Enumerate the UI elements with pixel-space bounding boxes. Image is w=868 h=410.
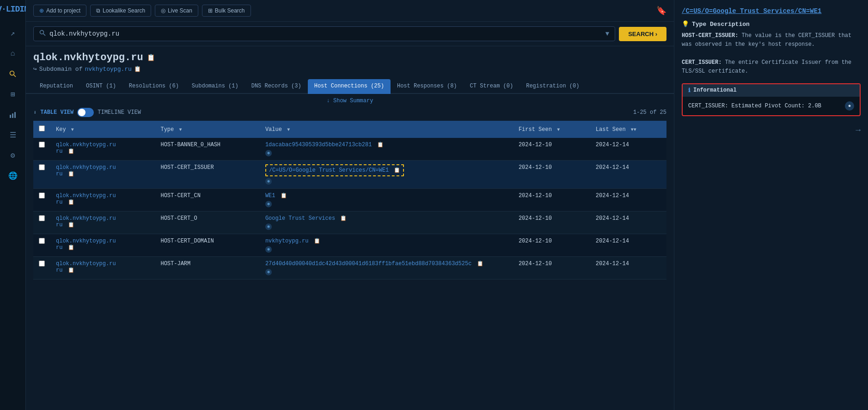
key-link[interactable]: qlok.nvkhytoypg.ruru [56, 142, 116, 155]
value-copy-icon[interactable]: 📋 [314, 238, 320, 244]
live-scan-button[interactable]: ◎ Live Scan [155, 5, 198, 17]
tab-registration[interactable]: Registration (0) [520, 79, 586, 94]
tab-reputation[interactable]: Reputation [33, 79, 79, 94]
row-checkbox[interactable] [39, 238, 45, 244]
sidebar: V·LIDIN ↗ ⌂ ⊞ ☰ ⚙ 🌐 [0, 0, 26, 410]
host-copy-icon[interactable]: 📋 [147, 54, 155, 62]
add-to-project-button[interactable]: ⊕ Add to project [33, 5, 86, 17]
select-all-header[interactable] [33, 121, 50, 138]
row-checkbox[interactable] [39, 215, 45, 221]
key-copy-icon[interactable]: 📋 [68, 267, 74, 273]
tab-subdomains[interactable]: Subdomains (1) [185, 79, 245, 94]
table-row: qlok.nvkhytoypg.ruru 📋HOST-CERT_OGoogle … [33, 211, 666, 234]
tab-resolutions[interactable]: Resolutions (6) [122, 79, 185, 94]
grid-icon[interactable]: ⊞ [5, 86, 21, 103]
value-copy-icon[interactable]: 📋 [394, 168, 400, 173]
key-link[interactable]: qlok.nvkhytoypg.ruru [56, 261, 116, 273]
cell-value: /C=US/O=Google Trust Services/CN=WE1 📋◉ [260, 161, 513, 189]
cell-key: qlok.nvkhytoypg.ruru 📋 [50, 234, 155, 257]
info-circle-icon: ℹ [688, 87, 691, 94]
parent-domain-copy-icon[interactable]: 📋 [134, 66, 141, 73]
settings-icon[interactable]: ⚙ [5, 147, 21, 164]
first-seen-column-header[interactable]: First Seen ▼ [513, 121, 590, 138]
value-copy-icon[interactable]: 📋 [377, 142, 384, 148]
tab-host-responses[interactable]: Host Responses (8) [391, 79, 464, 94]
value-copy-icon[interactable]: 📋 [281, 193, 287, 199]
tab-host-connections[interactable]: Host Connections (25) [308, 79, 391, 94]
pivot-icon[interactable]: ◉ [265, 150, 272, 156]
value-link[interactable]: Google Trust Services [265, 215, 335, 222]
tab-osint[interactable]: OSINT (1) [79, 79, 122, 94]
row-checkbox[interactable] [39, 164, 45, 170]
live-scan-icon: ◎ [161, 7, 165, 14]
table-row: qlok.nvkhytoypg.ruru 📋HOST-CERT_DOMAINnv… [33, 234, 666, 257]
pivot-icon[interactable]: ◉ [265, 224, 272, 230]
value-link[interactable]: /C=US/O=Google Trust Services/CN=WE1 [269, 167, 389, 174]
show-summary[interactable]: ↓ Show Summary [33, 98, 666, 104]
search-input[interactable] [49, 30, 602, 37]
table-row: qlok.nvkhytoypg.ruru 📋HOST-CERT_ISSUER/C… [33, 161, 666, 189]
view-controls: ⬇ TABLE VIEW TIMELINE VIEW 1-25 of 25 [33, 108, 666, 117]
home-icon[interactable]: ⌂ [5, 45, 21, 62]
row-checkbox[interactable] [39, 261, 45, 267]
select-all-checkbox[interactable] [39, 125, 45, 131]
key-copy-icon[interactable]: 📋 [68, 222, 74, 228]
expand-icon[interactable]: ↗ [5, 25, 21, 42]
menu-icon[interactable]: ☰ [5, 127, 21, 143]
arrow-right-icon: ↪ [33, 65, 37, 73]
host-header: qlok.nvkhytoypg.ru 📋 ↪ Subdomain of nvkh… [26, 46, 674, 75]
pivot-icon[interactable]: ◉ [265, 246, 272, 253]
cell-last-seen: 2024-12-14 [590, 138, 666, 161]
info-more-icon[interactable]: ● [845, 101, 854, 111]
type-column-header[interactable]: Type ▼ [155, 121, 259, 138]
value-copy-icon[interactable]: 📋 [340, 216, 347, 221]
tab-ct-stream[interactable]: CT Stream (0) [464, 79, 520, 94]
key-link[interactable]: qlok.nvkhytoypg.ruru [56, 164, 116, 177]
cell-first-seen: 2024-12-10 [513, 189, 590, 211]
table-area: ↓ Show Summary ⬇ TABLE VIEW TIMELINE VIE… [26, 94, 674, 410]
search-button[interactable]: SEARCH › [619, 27, 666, 41]
pagination: 1-25 of 25 [633, 109, 666, 116]
row-checkbox[interactable] [39, 142, 45, 148]
globe-icon[interactable]: 🌐 [5, 168, 21, 184]
bulk-search-button[interactable]: ⊞ Bulk Search [202, 5, 251, 17]
bookmark-icon[interactable]: 🔖 [656, 6, 666, 16]
value-link[interactable]: 27d40d40d00040d1dc42d43d00041d6183ff1bfa… [265, 261, 471, 267]
parent-domain-link[interactable]: nvkhytoypg.ru [85, 66, 131, 73]
key-link[interactable]: qlok.nvkhytoypg.ruru [56, 238, 116, 251]
value-link[interactable]: WE1 [265, 193, 275, 199]
row-checkbox[interactable] [39, 193, 45, 199]
table-row: qlok.nvkhytoypg.ruru 📋HOST-JARM27d40d40d… [33, 257, 666, 280]
value-copy-icon[interactable]: 📋 [477, 261, 483, 267]
key-link[interactable]: qlok.nvkhytoypg.ruru [56, 193, 116, 205]
cell-key: qlok.nvkhytoypg.ruru 📋 [50, 257, 155, 280]
bulk-search-icon: ⊞ [208, 7, 213, 14]
value-link[interactable]: nvkhytoypg.ru [265, 238, 309, 244]
app-logo: V·LIDIN [0, 5, 29, 14]
panel-close-arrow[interactable]: → [856, 125, 861, 135]
table-row: qlok.nvkhytoypg.ruru 📋HOST-CERT_CNWE1 📋◉… [33, 189, 666, 211]
cell-value: WE1 📋◉ [260, 189, 513, 211]
key-link[interactable]: qlok.nvkhytoypg.ruru [56, 215, 116, 228]
pivot-icon[interactable]: ◉ [265, 178, 272, 185]
key-copy-icon[interactable]: 📋 [68, 245, 74, 250]
search-icon[interactable] [5, 66, 21, 82]
svg-rect-3 [12, 113, 13, 118]
key-copy-icon[interactable]: 📋 [68, 199, 74, 205]
pivot-icon[interactable]: ◉ [265, 269, 272, 275]
key-copy-icon[interactable]: 📋 [68, 171, 74, 177]
cell-key: qlok.nvkhytoypg.ruru 📋 [50, 189, 155, 211]
value-link[interactable]: 1dacabac954305393d5bbe24713cb281 [265, 142, 372, 148]
lookalike-search-button[interactable]: ⧉ Lookalike Search [90, 5, 151, 17]
view-toggle-switch[interactable] [77, 108, 94, 117]
search-bar: ▼ SEARCH › [26, 22, 674, 46]
tab-dns-records[interactable]: DNS Records (3) [245, 79, 308, 94]
filter-icon[interactable]: ▼ [605, 30, 609, 37]
chart-icon[interactable] [5, 106, 21, 123]
value-column-header[interactable]: Value ▼ [260, 121, 513, 138]
last-seen-column-header[interactable]: Last Seen ▼▼ [590, 121, 666, 138]
pivot-icon[interactable]: ◉ [265, 201, 272, 207]
key-copy-icon[interactable]: 📋 [68, 149, 74, 154]
key-column-header[interactable]: Key ▼ [50, 121, 155, 138]
cell-key: qlok.nvkhytoypg.ruru 📋 [50, 138, 155, 161]
